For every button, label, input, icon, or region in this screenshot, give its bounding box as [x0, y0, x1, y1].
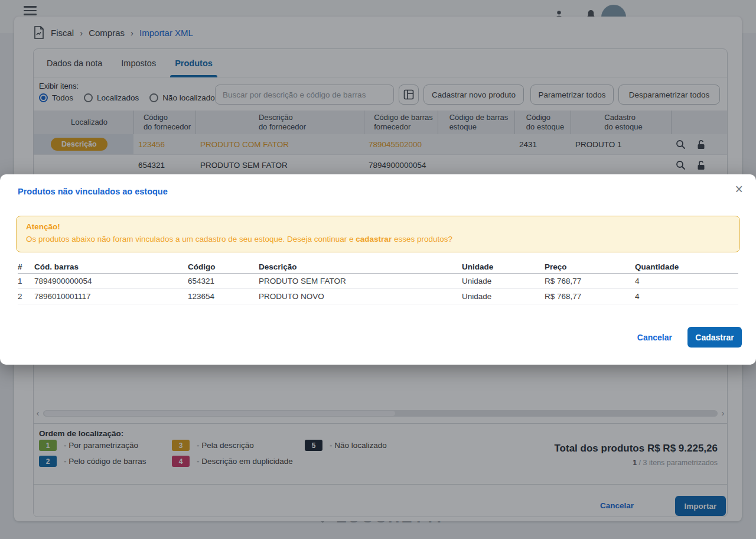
- quantity-cell: 4: [635, 292, 738, 301]
- quantity-cell: 4: [635, 277, 738, 285]
- col-descricao: Descrição: [259, 262, 462, 271]
- index-cell: 1: [18, 277, 34, 285]
- col-quantidade: Quantidade: [635, 262, 738, 271]
- modal-cancel-button[interactable]: Cancelar: [637, 333, 672, 342]
- close-icon[interactable]: ×: [735, 183, 743, 196]
- barcode-cell: 7896010001117: [34, 292, 188, 301]
- table-row: 1 7894900000054 654321 PRODUTO SEM FATOR…: [18, 274, 738, 289]
- price-cell: R$ 768,77: [545, 292, 635, 301]
- price-cell: R$ 768,77: [545, 277, 635, 285]
- col-index: #: [18, 262, 34, 271]
- produtos-nao-vinculados-modal: Produtos não vinculados ao estoque × Ate…: [0, 174, 756, 365]
- col-codigo: Código: [188, 262, 259, 271]
- modal-cadastrar-button[interactable]: Cadastrar: [687, 327, 742, 348]
- code-cell: 654321: [188, 277, 259, 285]
- warning-title: Atenção!: [26, 222, 730, 231]
- unit-cell: Unidade: [462, 292, 545, 301]
- warning-text: Os produtos abaixo não foram vinculados …: [26, 235, 730, 243]
- table-row: 2 7896010001117 123654 PRODUTO NOVO Unid…: [18, 289, 738, 304]
- col-unidade: Unidade: [462, 262, 545, 271]
- col-preco: Preço: [545, 262, 635, 271]
- barcode-cell: 7894900000054: [34, 277, 188, 285]
- description-cell: PRODUTO NOVO: [259, 292, 462, 301]
- description-cell: PRODUTO SEM FATOR: [259, 277, 462, 285]
- col-cod-barras: Cód. barras: [34, 262, 188, 271]
- modal-title: Produtos não vinculados ao estoque: [18, 187, 168, 196]
- modal-table-header: # Cód. barras Código Descrição Unidade P…: [18, 261, 738, 274]
- index-cell: 2: [18, 292, 34, 301]
- unlinked-products-table: # Cód. barras Código Descrição Unidade P…: [18, 261, 738, 304]
- code-cell: 123654: [188, 292, 259, 301]
- warning-banner: Atenção! Os produtos abaixo não foram vi…: [16, 216, 740, 252]
- unit-cell: Unidade: [462, 277, 545, 285]
